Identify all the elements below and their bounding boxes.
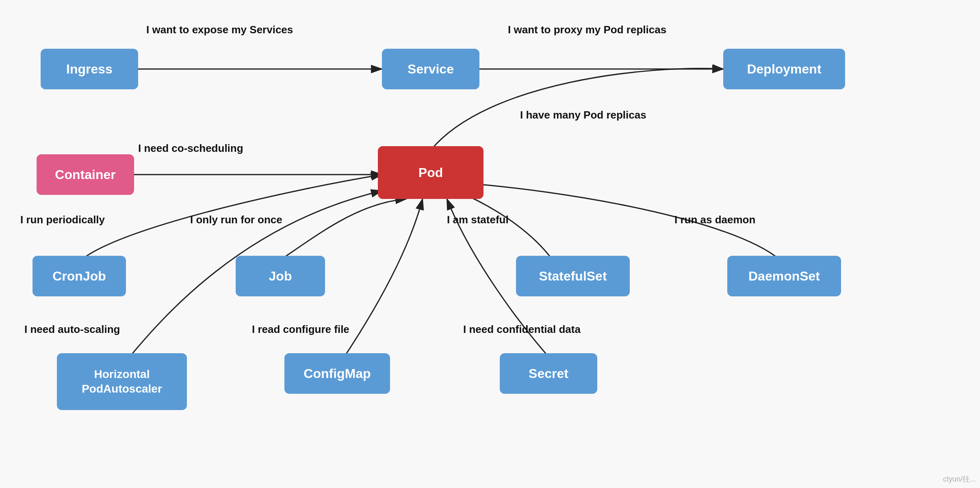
label-run-daemon: I run as daemon bbox=[674, 214, 755, 226]
ingress-node: Ingress bbox=[41, 49, 138, 89]
job-node: Job bbox=[236, 256, 325, 296]
label-am-stateful: I am stateful bbox=[447, 214, 509, 226]
hpa-node: HorizontalPodAutoscaler bbox=[57, 353, 187, 410]
statefulset-node: StatefulSet bbox=[516, 256, 630, 296]
watermark: ctyun/往... bbox=[943, 474, 976, 484]
label-run-periodically: I run periodically bbox=[20, 214, 105, 226]
label-proxy-pods: I want to proxy my Pod replicas bbox=[508, 24, 666, 36]
configmap-node: ConfigMap bbox=[284, 353, 390, 394]
diagram: Ingress Service Deployment Container Pod… bbox=[0, 0, 980, 488]
label-read-config: I read configure file bbox=[252, 323, 349, 336]
label-auto-scaling: I need auto-scaling bbox=[24, 323, 120, 336]
label-many-replicas: I have many Pod replicas bbox=[520, 109, 646, 121]
daemonset-node: DaemonSet bbox=[727, 256, 841, 296]
label-confidential-data: I need confidential data bbox=[463, 323, 581, 336]
pod-node: Pod bbox=[378, 146, 483, 199]
secret-node: Secret bbox=[500, 353, 597, 394]
label-run-once: I only run for once bbox=[190, 214, 282, 226]
container-node: Container bbox=[37, 154, 134, 195]
service-node: Service bbox=[382, 49, 479, 89]
deployment-node: Deployment bbox=[723, 49, 845, 89]
cronjob-node: CronJob bbox=[33, 256, 126, 296]
label-expose-services: I want to expose my Services bbox=[146, 24, 293, 36]
label-co-scheduling: I need co-scheduling bbox=[138, 142, 243, 155]
